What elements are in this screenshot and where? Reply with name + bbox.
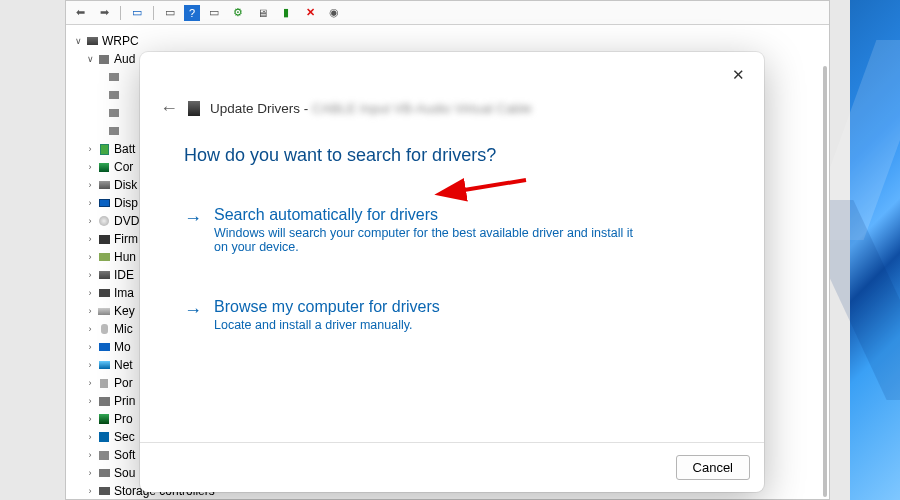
- device-icon: [106, 88, 122, 102]
- tree-node-label: Cor: [114, 160, 133, 174]
- chevron-right-icon: ›: [84, 180, 96, 190]
- chevron-right-icon: ›: [84, 468, 96, 478]
- option-title: Search automatically for drivers: [214, 206, 644, 224]
- chevron-right-icon: ›: [84, 378, 96, 388]
- tree-scrollbar[interactable]: [823, 66, 827, 497]
- help-button[interactable]: ?: [184, 5, 200, 21]
- category-icon: [96, 358, 112, 372]
- chevron-right-icon: ›: [84, 234, 96, 244]
- chevron-right-icon: ›: [84, 144, 96, 154]
- option-search-automatically[interactable]: → Search automatically for drivers Windo…: [184, 202, 728, 278]
- update-driver-button[interactable]: 🖥: [252, 4, 272, 22]
- category-icon: [96, 196, 112, 210]
- category-icon: [96, 412, 112, 426]
- tree-node-label: Disp: [114, 196, 138, 210]
- nav-back-button[interactable]: ⬅: [70, 4, 90, 22]
- dialog-footer: Cancel: [140, 442, 764, 492]
- chevron-right-icon: ›: [84, 450, 96, 460]
- chevron-right-icon: ›: [84, 324, 96, 334]
- tree-node-label: Por: [114, 376, 133, 390]
- category-icon: [96, 466, 112, 480]
- tree-node-label: Prin: [114, 394, 135, 408]
- category-icon: [96, 304, 112, 318]
- dialog-title-device: CABLE Input VB-Audio Virtual Cable: [312, 101, 532, 116]
- tree-root-label: WRPC: [102, 34, 139, 48]
- show-hide-console-button[interactable]: ▭: [127, 4, 147, 22]
- scan-hardware-button[interactable]: ⚙: [228, 4, 248, 22]
- dialog-body: How do you want to search for drivers? →…: [140, 123, 764, 442]
- tree-node-label: Key: [114, 304, 135, 318]
- properties-button[interactable]: ▭: [160, 4, 180, 22]
- category-icon: [96, 142, 112, 156]
- option-browse-computer[interactable]: → Browse my computer for drivers Locate …: [184, 278, 728, 356]
- cancel-button[interactable]: Cancel: [676, 455, 750, 480]
- audio-icon: [96, 52, 112, 66]
- toolbar-separator: [153, 6, 154, 20]
- chevron-right-icon: ›: [84, 198, 96, 208]
- chevron-right-icon: ›: [84, 216, 96, 226]
- tree-node-label: Sec: [114, 430, 135, 444]
- category-icon: [96, 214, 112, 228]
- close-button[interactable]: ✕: [724, 61, 752, 89]
- tree-node-label: Sou: [114, 466, 135, 480]
- option-description: Windows will search your computer for th…: [214, 226, 644, 254]
- chevron-right-icon: ›: [84, 360, 96, 370]
- chevron-right-icon: ›: [84, 396, 96, 406]
- enable-device-button[interactable]: ▮: [276, 4, 296, 22]
- computer-icon: [84, 34, 100, 48]
- tree-node-label: Aud: [114, 52, 135, 66]
- chevron-down-icon: ∨: [72, 36, 84, 46]
- category-icon: [96, 430, 112, 444]
- devmgr-toolbar: ⬅ ➡ ▭ ▭ ? ▭ ⚙ 🖥 ▮ ✕ ◉: [66, 1, 829, 25]
- back-arrow-icon[interactable]: ←: [160, 98, 178, 119]
- category-icon: [96, 340, 112, 354]
- nav-forward-button[interactable]: ➡: [94, 4, 114, 22]
- toolbar-button[interactable]: ▭: [204, 4, 224, 22]
- uninstall-device-button[interactable]: ✕: [300, 4, 320, 22]
- tree-node-label: Mic: [114, 322, 133, 336]
- device-icon: [106, 124, 122, 138]
- category-icon: [96, 286, 112, 300]
- option-description: Locate and install a driver manually.: [214, 318, 440, 332]
- toolbar-button[interactable]: ◉: [324, 4, 344, 22]
- tree-node-label: Ima: [114, 286, 134, 300]
- tree-node-label: Pro: [114, 412, 133, 426]
- dialog-question: How do you want to search for drivers?: [184, 145, 728, 166]
- update-drivers-dialog: ✕ ← Update Drivers - CABLE Input VB-Audi…: [140, 52, 764, 492]
- tree-node-label: Net: [114, 358, 133, 372]
- chevron-right-icon: ›: [84, 252, 96, 262]
- category-icon: [96, 250, 112, 264]
- dialog-title-prefix: Update Drivers -: [210, 101, 312, 116]
- tree-node-label: Firm: [114, 232, 138, 246]
- tree-node-label: Mo: [114, 340, 131, 354]
- tree-node-label: DVD: [114, 214, 139, 228]
- category-icon: [96, 484, 112, 498]
- category-icon: [96, 232, 112, 246]
- tree-node-label: Disk: [114, 178, 137, 192]
- chevron-right-icon: ›: [84, 270, 96, 280]
- category-icon: [96, 322, 112, 336]
- category-icon: [96, 268, 112, 282]
- tree-node-label: Hun: [114, 250, 136, 264]
- tree-node-label: IDE: [114, 268, 134, 282]
- dialog-title-row: ← Update Drivers - CABLE Input VB-Audio …: [140, 98, 764, 123]
- arrow-right-icon: →: [184, 208, 202, 229]
- chevron-right-icon: ›: [84, 414, 96, 424]
- tree-node-label: Soft: [114, 448, 135, 462]
- device-icon: [188, 101, 200, 116]
- chevron-right-icon: ›: [84, 486, 96, 496]
- dialog-header: ✕: [140, 52, 764, 98]
- tree-root-computer[interactable]: ∨ WRPC: [66, 32, 829, 50]
- option-title: Browse my computer for drivers: [214, 298, 440, 316]
- category-icon: [96, 376, 112, 390]
- chevron-right-icon: ›: [84, 162, 96, 172]
- chevron-right-icon: ›: [84, 342, 96, 352]
- chevron-right-icon: ›: [84, 288, 96, 298]
- chevron-right-icon: ›: [84, 432, 96, 442]
- category-icon: [96, 394, 112, 408]
- device-icon: [106, 106, 122, 120]
- toolbar-separator: [120, 6, 121, 20]
- category-icon: [96, 160, 112, 174]
- dialog-title: Update Drivers - CABLE Input VB-Audio Vi…: [210, 101, 532, 116]
- device-icon: [106, 70, 122, 84]
